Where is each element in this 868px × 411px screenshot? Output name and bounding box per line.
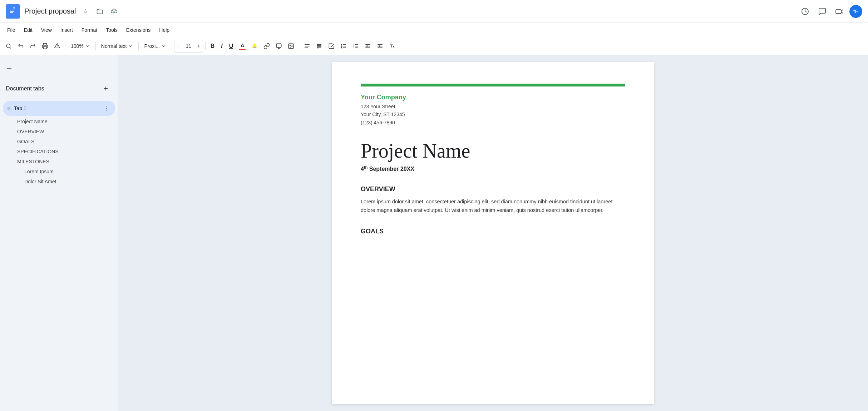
divider-5 (205, 42, 206, 50)
clear-formatting-button[interactable] (386, 40, 398, 53)
add-comment-button[interactable] (273, 40, 285, 53)
divider-2 (95, 42, 96, 50)
star-button[interactable]: ☆ (80, 6, 91, 17)
underline-button[interactable]: U (226, 40, 236, 53)
line-spacing-button[interactable] (314, 40, 325, 53)
cloud-button[interactable] (108, 6, 120, 17)
comment-button[interactable] (815, 4, 829, 19)
address-line1: 123 Your Street (361, 103, 625, 110)
user-avatar[interactable]: tE (849, 5, 862, 18)
svg-text:3: 3 (353, 46, 354, 49)
overview-body: Lorem ipsum dolor sit amet, consectetuer… (361, 197, 625, 215)
menu-extensions[interactable]: Extensions (122, 26, 155, 34)
doc-page: Your Company 123 Your Street Your City, … (332, 62, 654, 404)
outline-goals[interactable]: GOALS (3, 137, 115, 147)
menu-format[interactable]: Format (77, 26, 102, 34)
svg-point-30 (341, 45, 342, 46)
svg-rect-1 (13, 7, 15, 9)
paragraph-style-select[interactable]: Normal text (98, 40, 137, 53)
menu-help[interactable]: Help (155, 26, 174, 34)
svg-rect-14 (276, 44, 281, 48)
project-title: Project Name (361, 139, 625, 162)
svg-rect-3 (10, 11, 14, 11)
divider-4 (172, 42, 172, 50)
menu-view[interactable]: View (37, 26, 56, 34)
address-phone: (123) 456-7890 (361, 119, 625, 127)
outline-milestones[interactable]: MILESTONES (3, 157, 115, 167)
svg-line-9 (10, 47, 11, 48)
font-size-increase[interactable]: + (195, 40, 202, 52)
menu-edit[interactable]: Edit (20, 26, 37, 34)
sidebar: ← Document tabs + ≡ Tab 1 ⋮ Project Name… (0, 55, 118, 411)
print-button[interactable] (39, 40, 51, 53)
insert-image-button[interactable] (285, 40, 297, 53)
menu-tools[interactable]: Tools (102, 26, 122, 34)
svg-marker-7 (841, 10, 843, 13)
title-bar: Project proposal ☆ (0, 0, 868, 23)
menu-bar: File Edit View Insert Format Tools Exten… (0, 23, 868, 37)
zoom-select[interactable]: 100% (68, 40, 93, 53)
indent-increase-button[interactable] (374, 40, 386, 53)
sidebar-back-button[interactable]: ← (3, 61, 17, 75)
svg-point-29 (341, 44, 342, 45)
outline-dolor-sit-amet[interactable]: Dolor Sit Amet (3, 177, 115, 187)
svg-rect-6 (836, 10, 841, 14)
spelling-button[interactable] (51, 40, 63, 53)
doc-date: 4th September 20XX (361, 165, 625, 172)
title-icons: ☆ (80, 6, 120, 17)
font-select[interactable]: Proxi... (141, 40, 169, 53)
menu-insert[interactable]: Insert (56, 26, 77, 34)
video-button[interactable] (832, 4, 847, 19)
outline-overview[interactable]: OVERVIEW (3, 127, 115, 137)
text-color-indicator (239, 49, 246, 50)
highlight-button[interactable] (249, 40, 260, 53)
bold-button[interactable]: B (208, 40, 218, 53)
goals-title: GOALS (361, 228, 625, 235)
font-size-box: − + (174, 40, 203, 53)
svg-rect-2 (10, 10, 14, 10)
toolbar: 100% Normal text Proxi... − + B I U A (0, 37, 868, 55)
search-button[interactable] (3, 40, 14, 53)
font-size-input[interactable] (182, 40, 195, 52)
address-line2: Your City, ST 12345 (361, 110, 625, 118)
doc-title-text[interactable]: Project proposal (24, 7, 76, 15)
indent-decrease-button[interactable] (362, 40, 374, 53)
font-size-decrease[interactable]: − (174, 40, 182, 52)
title-info: Project proposal ☆ (24, 6, 798, 17)
outline-specifications[interactable]: SPECIFICATIONS (3, 147, 115, 157)
company-bar (361, 84, 625, 86)
align-button[interactable] (301, 40, 313, 53)
add-tab-button[interactable]: + (99, 82, 112, 95)
outline-lorem-ipsum[interactable]: Lorem Ipsum (3, 167, 115, 177)
bullet-list-button[interactable] (338, 40, 349, 53)
checklist-button[interactable] (326, 40, 337, 53)
divider-6 (299, 42, 299, 50)
tab-1-more-button[interactable]: ⋮ (102, 104, 111, 113)
numbered-list-button[interactable]: 1 2 3 (350, 40, 361, 53)
svg-rect-10 (44, 46, 47, 49)
menu-file[interactable]: File (3, 26, 20, 34)
text-color-button[interactable]: A (237, 40, 248, 53)
svg-point-8 (6, 44, 10, 48)
folder-button[interactable] (94, 6, 105, 17)
tab-1-label: Tab 1 (14, 105, 98, 111)
italic-button[interactable]: I (218, 40, 225, 53)
date-suffix: September 20XX (368, 166, 414, 172)
date-sup: th (364, 165, 368, 169)
svg-point-31 (341, 47, 342, 48)
svg-rect-4 (10, 12, 13, 13)
svg-point-18 (290, 45, 290, 45)
doc-title-area: Project proposal ☆ (24, 6, 798, 17)
main-layout: ← Document tabs + ≡ Tab 1 ⋮ Project Name… (0, 55, 868, 411)
sidebar-header: Document tabs + (3, 81, 115, 99)
divider-1 (65, 42, 65, 50)
divider-3 (138, 42, 139, 50)
link-button[interactable] (261, 40, 272, 53)
outline-project-name[interactable]: Project Name (3, 117, 115, 127)
tab-icon: ≡ (7, 105, 10, 112)
tab-1-item[interactable]: ≡ Tab 1 ⋮ (3, 101, 115, 116)
redo-button[interactable] (27, 40, 39, 53)
undo-button[interactable] (15, 40, 26, 53)
history-button[interactable] (798, 4, 812, 19)
title-right: tE (798, 4, 862, 19)
